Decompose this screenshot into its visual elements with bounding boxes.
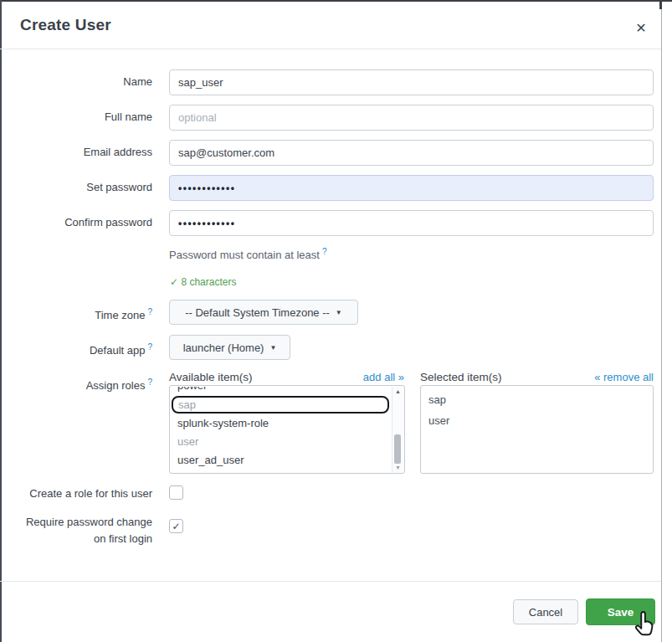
scroll-up-icon[interactable]: ▲ [392,388,403,394]
default-app-dropdown[interactable]: launcher (Home) ▼ [169,335,290,360]
timezone-help-icon[interactable]: ? [147,307,152,316]
email-label: Email address [0,146,152,159]
password-hint-text: Password must contain at least [169,249,320,261]
require-password-change-label: Require password change on first login [0,514,152,547]
assign-roles-label: Assign roles? [0,376,152,393]
assign-roles-help-icon[interactable]: ? [147,377,152,387]
chevron-down-icon: ▼ [269,344,276,352]
full-name-label: Full name [0,110,152,124]
selected-items-listbox: sap user [420,385,654,474]
selected-header-row: Selected item(s) « remove all [420,371,654,383]
remove-all-link[interactable]: « remove all [594,371,654,383]
header-divider [0,49,661,49]
scrollbar-thumb[interactable] [394,434,401,464]
name-input[interactable] [169,69,654,95]
scroll-down-icon[interactable]: ▼ [392,465,403,470]
modal-title: Create User [20,16,111,34]
assign-roles-label-text: Assign roles [86,379,146,392]
footer-divider [0,581,661,582]
available-header-row: Available item(s) add all » [169,371,404,383]
confirm-password-label: Confirm password [0,216,152,229]
password-hint-help-icon[interactable]: ? [322,247,327,256]
timezone-dropdown[interactable]: -- Default System Timezone -- ▼ [169,300,358,325]
set-password-input[interactable] [169,175,654,201]
require-password-change-checkbox[interactable]: ✓ [169,519,183,533]
close-icon[interactable]: ✕ [629,17,653,39]
list-item[interactable]: user [421,410,653,431]
cancel-button[interactable]: Cancel [513,599,578,624]
list-item-focused[interactable]: sap [172,396,389,413]
available-items-header: Available item(s) [169,371,253,383]
list-item[interactable]: power [171,387,392,395]
page-right-edge-dark [659,0,662,9]
list-item[interactable]: user_ad_user [171,451,392,470]
password-hint: Password must contain at least? [169,247,326,261]
create-role-label: Create a role for this user [0,487,152,501]
list-item[interactable]: user [171,433,392,451]
password-rule-text: 8 characters [178,276,236,288]
require-password-change-line2: on first login [94,532,152,545]
timezone-label-text: Time zone [95,309,145,321]
set-password-label: Set password [0,181,152,194]
default-app-label: Default app? [0,341,152,357]
page-top-edge [0,0,672,2]
default-app-label-text: Default app [90,344,146,357]
default-app-help-icon[interactable]: ? [147,342,152,352]
default-app-value: launcher (Home) [183,342,264,354]
chevron-down-icon: ▼ [336,309,342,316]
create-role-checkbox[interactable] [169,485,183,500]
scrollbar[interactable]: ▲ ▼ [392,387,403,472]
available-items-viewport: power sap splunk-system-role user user_a… [171,387,392,472]
list-item[interactable]: splunk-system-role [171,414,392,433]
timezone-label: Time zone? [0,306,152,322]
list-item[interactable]: sap [421,389,653,410]
create-user-modal: Create User ✕ Name Full name Email addre… [0,0,672,642]
page-right-edge [661,0,662,642]
password-rule: ✓ 8 characters [170,276,236,288]
timezone-value: -- Default System Timezone -- [185,306,330,319]
full-name-input[interactable] [169,105,654,131]
add-all-link[interactable]: add all » [363,371,404,383]
save-button[interactable]: Save [586,598,655,625]
confirm-password-input[interactable] [169,210,654,236]
selected-items-header: Selected item(s) [420,371,502,383]
available-items-listbox: power sap splunk-system-role user user_a… [169,385,405,474]
check-icon: ✓ [170,276,178,288]
name-label: Name [0,75,152,89]
require-password-change-line1: Require password change [26,516,152,528]
email-input[interactable] [169,140,654,166]
